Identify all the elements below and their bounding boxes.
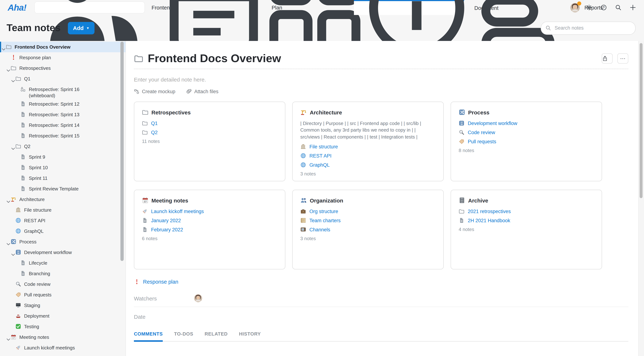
chevron-down-icon[interactable] — [10, 78, 16, 84]
sidebar-item-code-review[interactable]: Code review — [0, 279, 126, 289]
sidebar-item-staging[interactable]: Staging — [0, 300, 126, 311]
date-row: Date — [134, 314, 628, 320]
sidebar-scrollbar[interactable] — [120, 41, 124, 356]
sidebar-item-lifecycle[interactable]: Lifecycle — [0, 258, 126, 268]
note-link-file-structure[interactable]: File structure — [300, 144, 436, 150]
search-input[interactable] — [554, 25, 631, 31]
chevron-down-icon[interactable] — [6, 337, 11, 342]
workspace-switcher[interactable]: Frontend ▼ — [35, 2, 145, 13]
note-link-development-workflow[interactable]: 1234Development workflow — [459, 120, 594, 126]
record-tab-history[interactable]: HISTORY — [239, 331, 261, 341]
note-card-process[interactable]: Process1234Development workflowCode revi… — [450, 102, 602, 181]
sidebar-item-architecture[interactable]: Architecture — [0, 194, 126, 205]
doc-icon — [142, 227, 148, 233]
sidebar-item-retrospective-sprint-12[interactable]: Retrospective: Sprint 12 — [0, 99, 126, 109]
note-link-february-2022[interactable]: February 2022 — [142, 227, 277, 233]
chevron-down-icon[interactable] — [6, 68, 11, 73]
nav-tab-work[interactable]: Work — [252, 0, 354, 15]
notification-badge — [577, 1, 581, 5]
note-card-retrospectives[interactable]: RetrospectivesQ1Q211 notes — [134, 102, 285, 181]
sidebar-item-development-workflow[interactable]: 1234Development workflow — [0, 247, 126, 258]
nav-create-button[interactable] — [627, 2, 638, 13]
sidebar-item-testing[interactable]: Testing — [0, 321, 126, 332]
note-link-rest-api[interactable]: REST API — [300, 153, 436, 159]
record-tab-comments[interactable]: COMMENTS — [134, 331, 163, 341]
doc-icon — [142, 218, 148, 223]
sidebar-item-branching[interactable]: Branching — [0, 268, 126, 279]
sidebar-item-sprint-11[interactable]: Sprint 11 — [0, 173, 126, 184]
note-link-january-2022[interactable]: January 2022 — [142, 218, 277, 223]
card-title: Process — [459, 109, 594, 115]
content-scrollbar[interactable] — [638, 41, 644, 356]
add-button[interactable]: Add ▼ — [68, 22, 94, 34]
sidebar-item-retrospective-sprint-15[interactable]: Retrospective: Sprint 15 — [0, 130, 126, 141]
note-link-org-structure[interactable]: Org structure — [300, 208, 436, 214]
note-link-channels[interactable]: Channels — [300, 227, 436, 233]
nav-tabs: PlanWorkDocumentReports — [151, 0, 570, 15]
user-avatar[interactable] — [570, 3, 580, 12]
chevron-down-icon[interactable] — [10, 146, 16, 152]
sidebar-item-retrospectives[interactable]: Retrospectives — [0, 63, 126, 73]
note-link-pull-requests[interactable]: Pull requests — [459, 138, 594, 144]
chevron-down-icon[interactable] — [10, 252, 16, 258]
sidebar-item-rest-api[interactable]: REST API — [0, 215, 126, 226]
document-title[interactable]: Frontend Docs Overview — [148, 52, 281, 65]
sidebar-item-sprint-9[interactable]: Sprint 9 — [0, 152, 126, 162]
nav-tab-document[interactable]: Document — [354, 0, 464, 15]
sidebar-item-deployment[interactable]: Deployment — [0, 311, 126, 321]
doc-icon — [20, 111, 26, 117]
doc-icon — [20, 270, 26, 276]
sidebar-item-q2[interactable]: Q2 — [0, 141, 126, 152]
note-link-graphql[interactable]: GraphQL — [300, 162, 436, 168]
ellipsis-icon: ⋯ — [620, 55, 626, 62]
note-link-q2[interactable]: Q2 — [142, 129, 277, 135]
sidebar-item-process[interactable]: Process — [0, 237, 126, 247]
note-body-placeholder[interactable]: Enter your detailed note here. — [134, 76, 628, 83]
record-tab-to-dos[interactable]: TO-DOS — [174, 331, 193, 341]
aha-logo[interactable]: Aha! — [8, 2, 26, 13]
note-link-q1[interactable]: Q1 — [142, 120, 277, 126]
chevron-down-icon[interactable] — [6, 241, 11, 247]
sidebar-item-launch-kickoff-meetings[interactable]: Launch kickoff meetings — [0, 342, 126, 353]
sidebar-item-file-structure[interactable]: File structure — [0, 205, 126, 215]
more-options-button[interactable]: ⋯ — [617, 53, 628, 64]
nav-tab-reports[interactable]: Reports — [464, 0, 570, 15]
sidebar-item-retrospective-sprint-13[interactable]: Retrospective: Sprint 13 — [0, 109, 126, 120]
sidebar-item-sprint-review-template[interactable]: Sprint Review Template — [0, 184, 126, 194]
attach-files-button[interactable]: Attach files — [186, 89, 218, 94]
sidebar-item-pull-requests[interactable]: Pull requests — [0, 289, 126, 300]
note-link-team-charters[interactable]: Team charters — [300, 218, 436, 223]
note-link-2h-2021-handbook[interactable]: 2H 2021 Handbook — [459, 218, 594, 223]
sidebar-item-response-plan[interactable]: Response plan — [0, 52, 126, 63]
watcher-avatar[interactable] — [194, 294, 202, 302]
sidebar-item-frontend-docs-overview[interactable]: Frontend Docs Overview — [0, 42, 126, 52]
sidebar-item-retrospective-sprint-14[interactable]: Retrospective: Sprint 14 — [0, 120, 126, 130]
note-card-architecture[interactable]: Architecture| Directory | Purpose | | sr… — [292, 102, 444, 181]
building-icon — [15, 207, 21, 213]
sidebar-item-q1[interactable]: Q1 — [0, 73, 126, 84]
chevron-down-icon[interactable] — [6, 199, 11, 205]
folder-icon — [142, 120, 148, 126]
sidebar-item-sprint-10[interactable]: Sprint 10 — [0, 162, 126, 173]
chevron-down-icon[interactable] — [1, 46, 6, 52]
note-link-2021-retrospectives[interactable]: 2021 retrospectives — [459, 208, 594, 214]
check-icon — [15, 323, 21, 329]
folder-icon — [15, 143, 21, 149]
nav-tab-plan[interactable]: Plan — [151, 0, 252, 15]
note-card-organization[interactable]: OrganizationOrg structureTeam chartersCh… — [292, 190, 444, 269]
note-link-code-review[interactable]: Code review — [459, 129, 594, 135]
note-card-meeting-notes[interactable]: 17Meeting notesLaunch kickoff meetingsJa… — [134, 190, 285, 269]
doc-icon — [20, 122, 26, 128]
share-button[interactable] — [602, 53, 612, 64]
svg-text:17: 17 — [144, 200, 146, 203]
sidebar-item-meeting-notes[interactable]: 17Meeting notes — [0, 332, 126, 342]
note-card-archive[interactable]: Archive2021 retrospectives2H 2021 Handbo… — [450, 190, 602, 269]
create-mockup-button[interactable]: Create mockup — [134, 89, 175, 94]
record-tab-related[interactable]: RELATED — [205, 331, 228, 341]
nav-search-button[interactable] — [612, 2, 624, 13]
note-link-launch-kickoff-meetings[interactable]: Launch kickoff meetings — [142, 208, 277, 214]
response-plan-link[interactable]: Response plan — [134, 279, 628, 285]
sidebar-item-graphql[interactable]: GraphQL — [0, 226, 126, 237]
crane-icon — [300, 109, 307, 115]
sidebar-item-retrospective-sprint-16-whiteboard[interactable]: Retrospective: Sprint 16 (whiteboard) — [0, 84, 126, 99]
